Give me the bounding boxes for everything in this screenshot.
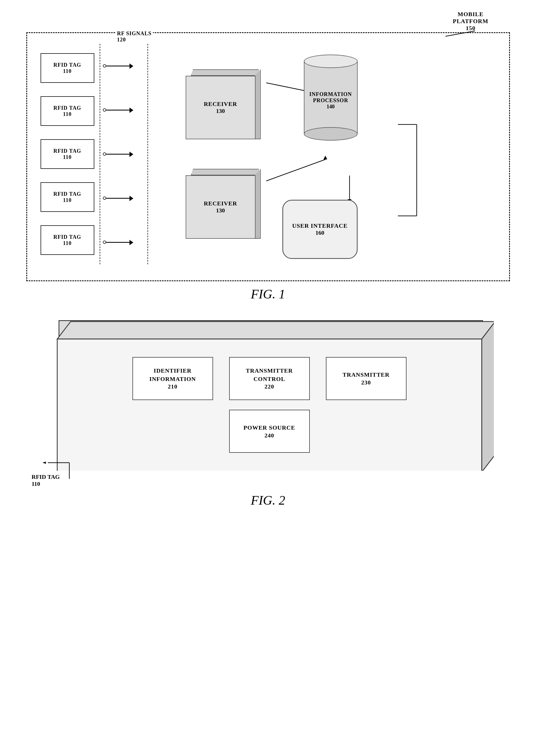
arrow-line [106,154,133,155]
arrow-line [106,198,133,199]
fig1-caption: FIG. 1 [26,287,510,302]
svg-marker-11 [482,322,494,471]
receiver-1-wrap: RECEIVER 130 [185,69,261,139]
svg-marker-4 [323,156,327,160]
identifier-info-box: IDENTIFIERINFORMATION 210 [132,357,213,400]
receiver-2-top [191,169,261,175]
main-dashed-box: RF SIGNALS 120 RFID TAG 110 RFID TAG 110… [26,32,510,281]
box-bottom-row: POWER SOURCE 240 [84,410,455,453]
box-top-face [58,320,483,339]
cylinder-bottom [304,127,357,141]
user-interface-box: USER INTERFACE 160 [283,200,357,259]
receiver-1-top [191,69,261,76]
arrow-1 [103,64,133,67]
rfid-tag-2: RFID TAG 110 [41,96,94,126]
signal-zone [100,44,148,264]
arrow-4 [103,197,133,200]
cylinder-label: INFORMATIONPROCESSOR 140 [304,61,357,134]
right-col: INFORMATIONPROCESSOR 140 USER INTERFACE … [266,44,496,264]
arrow-2 [103,108,133,112]
rfid-tag-3: RFID TAG 110 [41,139,94,169]
info-processor-wrap: INFORMATIONPROCESSOR 140 [304,54,357,141]
mobile-platform-label: MOBILE PLATFORM 150 [453,11,488,32]
box-top-row: IDENTIFIERINFORMATION 210 TRANSMITTERCON… [84,357,455,400]
cylinder: INFORMATIONPROCESSOR 140 [304,54,357,141]
power-source-box: POWER SOURCE 240 [229,410,310,453]
receiver-1-front: RECEIVER 130 [185,76,255,139]
rfid-tag-text: RFID TAG 110 [32,473,112,487]
fig2-caption: FIG. 2 [26,493,510,508]
arrow-3 [103,153,133,156]
rfid-tag-1: RFID TAG 110 [41,53,94,83]
box-content: IDENTIFIERINFORMATION 210 TRANSMITTERCON… [63,344,476,465]
transmitter-box: TRANSMITTER 230 [326,357,407,400]
rfid-tag-bottom-label: RFID TAG 110 [32,473,112,487]
rfid-tag-5: RFID TAG 110 [41,225,94,255]
arrow-dot [103,64,106,67]
cylinder-body: INFORMATIONPROCESSOR 140 [304,61,357,134]
arrow-dot [103,241,106,244]
left-col: RFID TAG 110 RFID TAG 110 RFID TAG 110 R… [41,44,180,264]
arrow-line [106,66,133,66]
rfid-3d-outer: IDENTIFIERINFORMATION 210 TRANSMITTERCON… [43,320,494,471]
arrow-line [106,242,133,243]
arrow-dot [103,153,106,156]
receiver-2-wrap: RECEIVER 130 [185,169,261,239]
rf-signals-label: RF SIGNALS 120 [116,30,153,43]
middle-col: RECEIVER 130 RECEIVER 130 [180,44,266,264]
fig1-container: MOBILE PLATFORM 150 RF SIGNALS 120 RFID … [26,11,510,312]
transmitter-control-box: TRANSMITTERCONTROL 220 [229,357,310,400]
arrow-5 [103,241,133,244]
fig1-inner: RFID TAG 110 RFID TAG 110 RFID TAG 110 R… [41,44,496,264]
fig2-container: IDENTIFIERINFORMATION 210 TRANSMITTERCON… [26,320,510,518]
arrow-dot [103,197,106,200]
arrow-dot [103,108,106,112]
receiver-2-front: RECEIVER 130 [185,175,255,239]
arrow-line [106,110,133,111]
cylinder-top [304,54,357,68]
rfid-tag-4: RFID TAG 110 [41,182,94,212]
svg-line-3 [266,160,325,181]
rfid-tags-col: RFID TAG 110 RFID TAG 110 RFID TAG 110 R… [41,44,94,264]
